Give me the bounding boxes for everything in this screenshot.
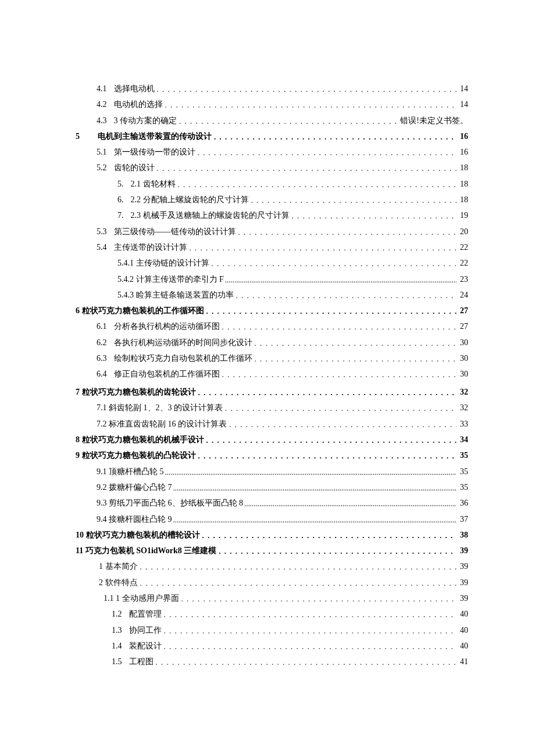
toc-title: 装配设计	[129, 642, 162, 651]
toc-page: 39	[456, 546, 468, 556]
toc-title: 配置管理	[129, 610, 162, 619]
toc-title: 9.2 拨糖杆偏心凸轮 7	[97, 483, 172, 493]
toc-title: 分析各执行机构的运动循环图	[114, 322, 220, 332]
toc-leader-dots	[220, 323, 457, 332]
toc-page: 30	[456, 370, 468, 379]
toc-title: 电机到主输送带装置的传动设计	[98, 132, 212, 142]
toc-leader-dots	[224, 275, 456, 285]
toc-entry: 6.4修正自动包装机的工作循环图30	[76, 370, 468, 379]
toc-title: 各执行机构运动循环的时间同步化设计	[114, 338, 252, 348]
toc-entry: 6.1分析各执行机构的运动循环图27	[76, 322, 468, 332]
toc-page: 33	[456, 420, 468, 429]
toc-leader-dots	[216, 547, 456, 557]
toc-page: 24	[456, 291, 468, 300]
toc-page: 20	[456, 227, 468, 237]
toc-leader-dots	[176, 180, 457, 190]
toc-leader-dots	[236, 228, 457, 238]
toc-leader-dots	[212, 132, 456, 142]
toc-title: 第一级传动一带的设计	[114, 148, 195, 157]
toc-page: 40	[456, 610, 468, 619]
toc-title: 2.3 机械手及送糖轴上的螺旋齿轮的尺寸计算	[131, 211, 290, 221]
toc-page: 14	[456, 84, 468, 94]
toc-entry: 1.1 1 全动感用户界面39	[76, 594, 468, 604]
toc-page: 36	[456, 499, 468, 508]
toc-number: 5.	[117, 180, 124, 189]
toc-entry: 6.2.2 分配轴上螺旋齿轮的尺寸计算18	[76, 195, 468, 205]
toc-entry: 4.33 传动方案的确定错误!未定义书签。	[76, 116, 468, 126]
toc-leader-dots	[234, 291, 457, 301]
toc-page: 16	[456, 132, 468, 142]
toc-number: 7.	[117, 211, 124, 221]
toc-leader-dots	[164, 468, 457, 478]
toc-page: 30	[456, 354, 468, 364]
toc-page: 14	[456, 100, 468, 110]
toc-number: 4.2	[97, 100, 107, 110]
toc-title: 1.1 1 全动感用户界面	[104, 594, 179, 604]
toc-title: 2.1 齿轮材料	[131, 180, 176, 189]
toc-leader-dots	[209, 259, 457, 269]
document-page: 4.1选择电动机144.2电动机的选择144.33 传动方案的确定错误!未定义书…	[0, 0, 535, 756]
toc-page: 22	[456, 243, 468, 253]
toc-page: 37	[456, 515, 468, 525]
toc-leader-dots	[172, 515, 457, 525]
toc-entry: 4.1选择电动机14	[76, 84, 468, 94]
toc-leader-dots	[162, 610, 457, 620]
toc-entry: 9.4 接糖杆圆柱凸轮 937	[76, 515, 468, 525]
toc-leader-dots	[195, 148, 457, 158]
toc-page: 27	[456, 306, 468, 316]
toc-entry: 5.4主传送带的设计计算22	[76, 243, 468, 253]
toc-title: 6 粒状巧克力糖包装机的工作循环图	[76, 306, 204, 316]
toc-title: 第三级传动——链传动的设计计算	[114, 227, 236, 237]
toc-entry: 9.3 剪纸刀平面凸轮 6、抄纸板平面凸轮 836	[76, 499, 468, 508]
toc-leader-dots	[196, 388, 457, 398]
toc-entry: 5.2.1 齿轮材料18	[76, 180, 468, 189]
toc-entry: 7.1 斜齿轮副 1、2、3 的设计计算表32	[76, 403, 468, 413]
toc-number: 5.2	[97, 163, 107, 173]
toc-page: 35	[456, 483, 468, 493]
toc-title: 5.4.1 主传动链的设计计算	[117, 259, 209, 268]
toc-title: 1 基本简介	[99, 562, 138, 572]
toc-title: 7 粒状巧克力糖包装机的齿轮设计	[76, 388, 196, 397]
toc-title: 选择电动机	[114, 84, 155, 94]
toc-title: 8 粒状巧克力糖包装机的机械手设计	[76, 435, 204, 445]
toc-number: 6.3	[97, 354, 107, 364]
toc-page: 19	[456, 211, 468, 221]
toc-entry: 1.3协同工作40	[76, 626, 468, 636]
toc-leader-dots	[163, 101, 457, 110]
toc-leader-dots	[162, 642, 457, 652]
toc-entry: 11 巧克力包装机 SO1idWork8 三维建模39	[76, 546, 468, 556]
toc-page: 35	[456, 467, 468, 477]
toc-entry: 5.3第三级传动——链传动的设计计算20	[76, 227, 468, 237]
toc-leader-dots	[179, 594, 457, 604]
toc-number: 5.3	[97, 227, 107, 237]
toc-leader-dots	[196, 452, 457, 461]
toc-entry: 7.2.3 机械手及送糖轴上的螺旋齿轮的尺寸计算19	[76, 211, 468, 221]
toc-leader-dots	[155, 164, 457, 174]
toc-title: 主传送带的设计计算	[114, 243, 187, 253]
toc-title: 2.2 分配轴上螺旋齿轮的尺寸计算	[131, 195, 249, 205]
toc-entry: 5.4.1 主传动链的设计计算22	[76, 259, 468, 268]
toc-number: 5	[76, 132, 91, 142]
toc-leader-dots	[138, 579, 457, 589]
toc-title: 协同工作	[129, 626, 162, 636]
toc-leader-dots	[138, 562, 457, 572]
toc-title: 齿轮的设计	[114, 163, 155, 173]
toc-leader-dots	[227, 420, 456, 430]
toc-leader-dots	[252, 354, 457, 364]
toc-entry: 5.4.3 睑算主链条输送装置的功率24	[76, 291, 468, 300]
toc-page: 错误!未定义书签。	[400, 116, 468, 126]
toc-entry: 6.2各执行机构运动循环的时间同步化设计30	[76, 338, 468, 348]
toc-leader-dots	[204, 307, 457, 317]
toc-number: 1.5	[112, 657, 122, 667]
toc-title: 7.1 斜齿轮副 1、2、3 的设计计算表	[97, 403, 223, 413]
toc-page: 39	[456, 578, 468, 588]
toc-title: 3 传动方案的确定	[114, 116, 177, 126]
toc-number: 5.1	[97, 148, 107, 157]
toc-number: 6.1	[97, 322, 107, 332]
toc-leader-dots	[187, 243, 457, 253]
toc-page: 41	[456, 657, 468, 667]
toc-title: 9.4 接糖杆圆柱凸轮 9	[97, 515, 172, 525]
toc-entry: 5电机到主输送带装置的传动设计16	[76, 132, 468, 142]
toc-number: 4.1	[97, 84, 107, 94]
toc-page: 18	[456, 195, 468, 205]
